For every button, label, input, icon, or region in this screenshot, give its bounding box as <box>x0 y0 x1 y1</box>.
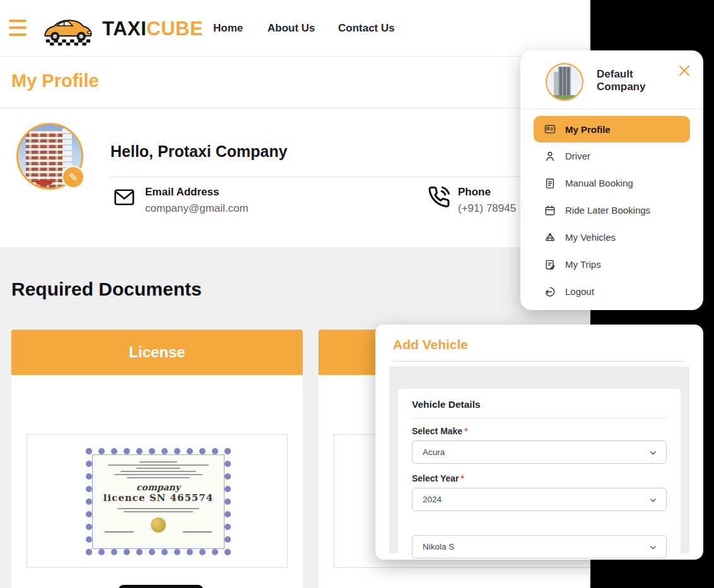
chevron-down-icon <box>649 496 657 504</box>
company-avatar: ✎ <box>16 123 83 190</box>
menu-item-my-vehicles[interactable]: My Vehicles <box>520 224 703 251</box>
divider <box>110 176 588 177</box>
brand-taxi: TAXI <box>102 18 146 40</box>
select-make-dropdown[interactable]: Acura <box>412 441 667 464</box>
panel-company-avatar <box>546 63 583 101</box>
certificate-gold-seal <box>151 517 166 533</box>
divider <box>412 418 667 418</box>
license-certificate-image: company licence SN 465574 <box>86 448 231 555</box>
select-model-value: Nikola S <box>423 542 454 551</box>
certificate-company-text: company <box>98 482 218 492</box>
menu-item-driver[interactable]: Driver <box>520 142 703 170</box>
menu-item-logout[interactable]: Logout <box>520 278 703 305</box>
required-asterisk: * <box>460 473 464 483</box>
certificate-signature <box>105 531 134 533</box>
select-year-label: Select Year* <box>412 473 667 485</box>
profile-greeting: Hello, Protaxi Company <box>110 142 288 161</box>
menu-item-my-profile[interactable]: My Profile <box>534 116 690 142</box>
page-title: My Profile <box>11 71 99 91</box>
vehicle-details-heading: Vehicle Details <box>412 399 667 410</box>
vehicle-details-card: Vehicle Details Select Make* Acura Selec… <box>398 389 681 553</box>
select-make-label: Select Make* <box>412 426 667 438</box>
phone-label: Phone <box>458 186 491 199</box>
license-card: License company licence SN 465574 <box>11 330 303 588</box>
account-panel: Default Company My Profile Driver <box>520 50 703 310</box>
select-make-value: Acura <box>423 447 445 457</box>
license-upload-button[interactable]: License <box>119 585 203 588</box>
id-card-icon <box>544 123 556 135</box>
taxi-logo-icon <box>38 5 98 52</box>
nav-link-contact-us[interactable]: Contact Us <box>338 22 395 35</box>
modal-title: Add Vehicle <box>393 337 468 352</box>
edit-avatar-button[interactable]: ✎ <box>62 166 85 188</box>
hamburger-menu-icon[interactable] <box>9 20 26 36</box>
taxi-icon <box>544 231 556 244</box>
menu-label: Logout <box>565 286 594 297</box>
menu-label: Driver <box>565 151 590 161</box>
envelope-icon <box>111 186 138 209</box>
select-year-value: 2024 <box>423 495 442 504</box>
menu-label: My Vehicles <box>565 232 616 243</box>
navbar: TAXICUBE Home About Us Contact Us <box>0 0 590 57</box>
person-icon <box>544 150 556 163</box>
brand-logo-text[interactable]: TAXICUBE <box>102 18 203 40</box>
logout-icon <box>544 285 556 298</box>
calendar-icon <box>544 204 556 217</box>
license-card-body: company licence SN 465574 License <box>11 375 303 588</box>
brand-cube: CUBE <box>146 18 203 40</box>
certificate-signature <box>183 531 212 533</box>
chevron-down-icon <box>649 543 657 551</box>
divider <box>520 108 703 109</box>
select-model-dropdown[interactable]: Nikola S <box>412 535 667 558</box>
chevron-down-icon <box>649 449 657 457</box>
menu-item-manual-booking[interactable]: Manual Booking <box>520 170 703 197</box>
menu-label: My Profile <box>565 124 611 135</box>
select-model-label <box>412 521 667 533</box>
nav-link-about-us[interactable]: About Us <box>267 22 315 35</box>
menu-item-ride-later-bookings[interactable]: Ride Later Bookings <box>520 197 703 224</box>
phone-icon <box>426 184 452 209</box>
license-document-frame: company licence SN 465574 <box>26 434 288 568</box>
email-label: Email Address <box>145 186 219 199</box>
menu-label: Ride Later Bookings <box>565 205 650 216</box>
required-asterisk: * <box>464 426 467 436</box>
app-window: TAXICUBE Home About Us Contact Us My Pro… <box>0 0 714 588</box>
documents-heading: Required Documents <box>11 279 202 300</box>
pencil-icon: ✎ <box>69 171 78 184</box>
divider <box>0 108 590 108</box>
menu-label: Manual Booking <box>565 178 633 188</box>
panel-menu: My Profile Driver Manual Booking Ride La… <box>520 116 703 305</box>
menu-label: My Trips <box>565 259 601 270</box>
license-card-header: License <box>11 330 303 375</box>
close-icon[interactable] <box>677 63 692 78</box>
menu-item-my-trips[interactable]: My Trips <box>520 251 703 278</box>
email-value: company@gmail.com <box>145 202 249 215</box>
certificate-licence-number: licence SN 465574 <box>98 492 218 504</box>
divider <box>393 361 686 362</box>
add-vehicle-modal: Add Vehicle Vehicle Details Select Make*… <box>375 325 703 560</box>
document-lines-icon <box>544 177 556 190</box>
panel-company-name: Default Company <box>597 68 666 93</box>
nav-link-home[interactable]: Home <box>213 22 243 35</box>
trip-note-icon <box>544 258 556 271</box>
select-year-dropdown[interactable]: 2024 <box>412 488 667 511</box>
phone-value: (+91) 78945 <box>458 202 516 215</box>
